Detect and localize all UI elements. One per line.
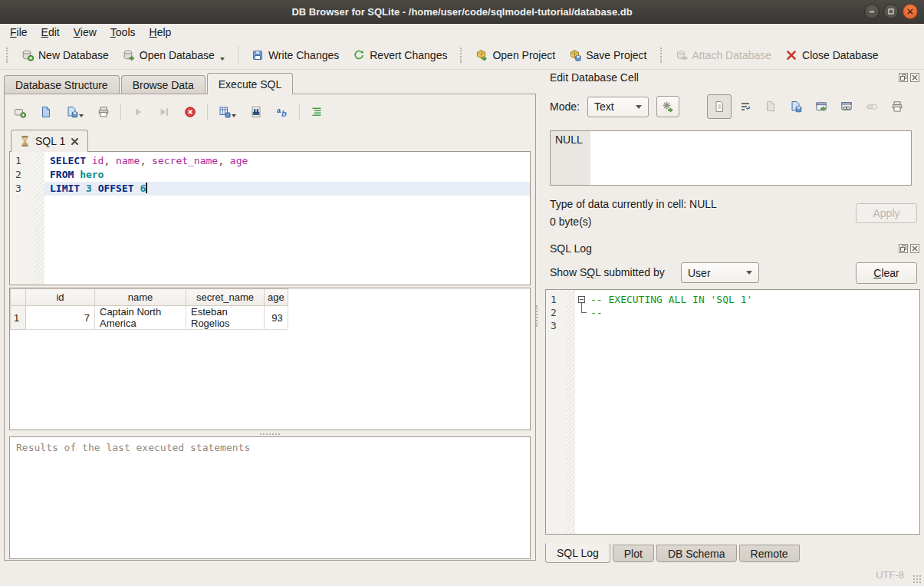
minimize-button[interactable] [864, 4, 880, 19]
dock-tab-remote[interactable]: Remote [739, 545, 800, 562]
column-header-name[interactable]: name [95, 289, 186, 306]
open-sql-tab-button[interactable] [14, 106, 26, 118]
null-toggle-button[interactable] [860, 96, 883, 117]
corner-header[interactable] [11, 289, 26, 306]
cell-value-editor[interactable]: NULL [550, 130, 912, 186]
open-sql-file-button[interactable] [40, 106, 52, 118]
log-fold-margin [566, 290, 575, 534]
dock-controls [899, 244, 919, 253]
mode-combobox[interactable]: Text [587, 97, 649, 117]
link-data-button[interactable] [835, 96, 858, 117]
column-header-age[interactable]: age [265, 289, 288, 306]
open-project-button[interactable]: Open Project [469, 44, 562, 66]
toolbar-separator [207, 104, 208, 120]
cell-name[interactable]: Captain North America [95, 306, 186, 330]
close-button[interactable] [903, 4, 918, 19]
table-row: 1 7 Captain North America Esteban Rogeli… [11, 306, 288, 330]
svg-text:b: b [281, 109, 287, 118]
save-project-button[interactable]: Save Project [562, 44, 653, 66]
export-data-button[interactable] [810, 96, 833, 117]
results-grid[interactable]: id name secret_name age 1 7 Captain Nort… [9, 288, 531, 430]
open-database-button[interactable]: Open Database [116, 44, 232, 66]
tab-database-structure[interactable]: Database Structure [4, 75, 120, 94]
app-window: DB Browser for SQLite - /home/user/code/… [0, 0, 924, 586]
cell-id[interactable]: 7 [26, 306, 95, 330]
save-data-icon [790, 100, 802, 113]
sql-line-1: SELECT id, name, secret_name, age [44, 154, 530, 168]
dock-tab-plot[interactable]: Plot [613, 545, 654, 562]
text-mode-toggle-button[interactable] [707, 94, 732, 119]
mode-value: Text [594, 100, 614, 113]
save-results-button[interactable] [219, 106, 236, 118]
save-data-button[interactable] [784, 96, 807, 117]
word-wrap-button[interactable] [734, 96, 757, 117]
fold-collapse-icon[interactable] [578, 296, 585, 303]
stop-execution-button[interactable] [184, 106, 196, 118]
column-header-secret-name[interactable]: secret_name [186, 289, 265, 306]
close-tab-icon[interactable] [71, 137, 79, 146]
encoding-indicator[interactable]: UTF-8 [876, 569, 904, 581]
menu-help[interactable]: Help [143, 25, 179, 40]
apply-settings-button[interactable] [656, 96, 679, 117]
toolbar-grip[interactable] [460, 48, 464, 63]
filter-label: Show SQL submitted by [550, 266, 665, 278]
close-panel-button[interactable] [910, 73, 919, 82]
open-project-icon [475, 49, 488, 61]
vertical-splitter[interactable] [536, 305, 540, 327]
resize-grip[interactable] [912, 574, 922, 584]
float-panel-button[interactable] [899, 244, 908, 253]
row-number[interactable]: 1 [11, 306, 26, 330]
menu-tools[interactable]: Tools [104, 25, 143, 40]
sql-1-tab[interactable]: SQL 1 [11, 130, 88, 152]
import-data-icon [765, 100, 777, 113]
execute-all-button[interactable] [132, 106, 144, 118]
clear-log-button[interactable]: Clear [856, 262, 917, 284]
edit-database-cell-title: Edit Database Cell [550, 71, 639, 84]
menu-file[interactable]: File [3, 25, 35, 40]
cell-null-gutter: NULL [551, 131, 590, 185]
tab-browse-data[interactable]: Browse Data [121, 75, 206, 94]
save-sql-file-button[interactable] [66, 106, 84, 118]
save-sql-dropdown-caret[interactable] [79, 114, 84, 117]
new-database-button[interactable]: New Database [15, 44, 116, 66]
maximize-button[interactable] [883, 4, 899, 19]
new-database-icon [21, 49, 34, 61]
find-replace-button[interactable]: a b [276, 106, 288, 118]
attach-database-button[interactable]: Attach Database [669, 44, 779, 66]
toolbar-grip[interactable] [660, 48, 664, 63]
log-text-area[interactable]: -- EXECUTING ALL IN 'SQL 1' -- [575, 290, 919, 534]
cell-text-area[interactable] [590, 131, 911, 185]
toolbar-grip[interactable] [6, 48, 10, 63]
column-header-id[interactable]: id [26, 289, 95, 306]
print-cell-button[interactable] [886, 96, 909, 117]
close-database-button[interactable]: Close Database [778, 44, 886, 66]
text-document-icon [713, 100, 725, 113]
tab-execute-sql[interactable]: Execute SQL [207, 73, 294, 94]
sql-code-editor[interactable]: 1 2 3 SELECT id, name, secret_name, age … [9, 151, 531, 285]
results-message-box[interactable]: Results of the last executed statements [9, 436, 531, 559]
print-sql-button[interactable] [97, 106, 110, 118]
float-panel-button[interactable] [899, 73, 908, 82]
execute-current-line-button[interactable] [158, 106, 170, 118]
cell-age[interactable]: 93 [265, 306, 288, 330]
revert-changes-button[interactable]: Revert Changes [346, 44, 454, 66]
editor-text-area[interactable]: SELECT id, name, secret_name, age FROM h… [44, 152, 530, 285]
chevron-down-icon [636, 105, 642, 109]
open-database-dropdown-caret[interactable] [220, 58, 225, 61]
dock-tab-sql-log[interactable]: SQL Log [545, 543, 610, 563]
write-changes-icon [252, 49, 264, 61]
apply-button[interactable]: Apply [856, 203, 917, 223]
sql-log-view[interactable]: 1 2 3 -- EXECUTING ALL IN 'SQL 1' -- [545, 289, 920, 535]
write-changes-button[interactable]: Write Changes [245, 44, 346, 66]
window-title: DB Browser for SQLite - /home/user/code/… [291, 6, 632, 18]
dock-tab-db-schema[interactable]: DB Schema [656, 545, 737, 562]
import-data-button[interactable] [759, 96, 782, 117]
format-sql-button[interactable] [311, 106, 323, 118]
log-filter-combobox[interactable]: User [681, 262, 759, 283]
save-results-dropdown-caret[interactable] [232, 114, 236, 117]
menu-edit[interactable]: Edit [35, 25, 67, 40]
close-panel-button[interactable] [910, 244, 919, 253]
cell-secret-name[interactable]: Esteban Rogelios [186, 306, 265, 330]
menu-view[interactable]: View [67, 25, 104, 40]
find-button[interactable] [250, 106, 262, 118]
